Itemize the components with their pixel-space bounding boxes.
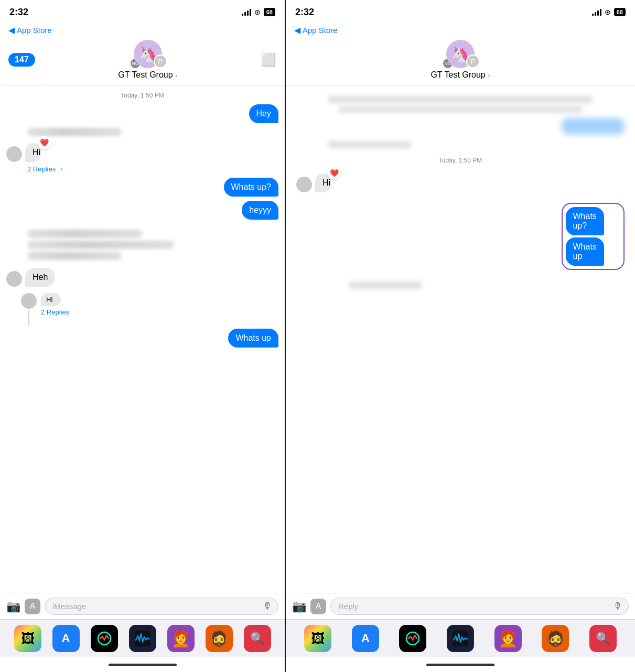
dock-voice[interactable] bbox=[129, 625, 156, 652]
dock-appstore-right[interactable]: A bbox=[352, 625, 379, 652]
chat-header-right: NU 🦄 P GT Test Group › bbox=[286, 37, 635, 85]
left-phone-panel: 2:32 ⊛ 68 ◀ App Store 147 NU 🦄 P GT T bbox=[0, 0, 286, 672]
dock-search[interactable]: 🔍 bbox=[244, 625, 271, 652]
avatar-group-right: NU 🦄 P bbox=[446, 40, 475, 68]
mic-icon-right[interactable]: 🎙 bbox=[613, 601, 622, 612]
bubble-heh: Heh bbox=[25, 268, 55, 287]
thread-line bbox=[28, 310, 29, 326]
blurred-bottom-right bbox=[296, 278, 625, 292]
bubble-hi-wrapper-right: ❤️ Hi bbox=[315, 174, 338, 192]
avatar-received-heh bbox=[6, 271, 22, 287]
dock-avatar2[interactable]: 🧔 bbox=[206, 625, 233, 652]
signal-icon-right bbox=[592, 8, 601, 16]
app-icon-right[interactable]: A bbox=[310, 599, 326, 614]
header-center-right: NU 🦄 P GT Test Group › bbox=[430, 40, 490, 80]
back-badge[interactable]: 147 bbox=[8, 53, 35, 67]
bubble-heyyy: heyyy bbox=[242, 201, 278, 220]
time-right: 2:32 bbox=[295, 7, 314, 18]
blurred-4 bbox=[27, 252, 122, 260]
chat-body-right: Today, 1:50 PM ❤️ Hi Whats up? Whats up bbox=[286, 85, 635, 593]
home-bar-left bbox=[109, 664, 177, 666]
message-input-right[interactable]: Reply bbox=[330, 598, 629, 615]
blurred-top-right bbox=[296, 93, 625, 115]
home-indicator-right bbox=[286, 657, 635, 672]
dock-voice-right[interactable] bbox=[447, 625, 474, 652]
thread-section: Hi 2 Replies bbox=[21, 293, 278, 326]
message-row-whatsup2: Whats up bbox=[6, 329, 278, 348]
chat-header-left: 147 NU 🦄 P GT Test Group › ⬜ bbox=[0, 37, 285, 85]
time-left: 2:32 bbox=[9, 7, 28, 18]
dock-avatar1[interactable]: 🧑‍🦰 bbox=[167, 625, 195, 652]
app-icon-left[interactable]: A bbox=[25, 599, 40, 614]
message-input-left[interactable]: iMessage bbox=[45, 598, 278, 615]
message-row-hey: Hey bbox=[6, 104, 278, 123]
dock-photos-right[interactable]: 🖼 bbox=[304, 625, 331, 652]
bubble-whatsup: Whats up? bbox=[224, 178, 278, 197]
dock-right: 🖼 A 🧑‍🦰 🧔 🔍 bbox=[286, 619, 635, 657]
group-name-left[interactable]: GT Test Group › bbox=[118, 70, 177, 80]
blurred-r1 bbox=[328, 96, 593, 103]
thread-content: Hi 2 Replies bbox=[41, 293, 69, 320]
home-bar-right bbox=[426, 664, 494, 666]
avatar-small: P bbox=[154, 55, 167, 68]
status-icons-right: ⊛ 68 bbox=[592, 8, 626, 16]
bubble-hey: Hey bbox=[249, 104, 278, 123]
dock-appstore[interactable]: A bbox=[52, 625, 80, 652]
message-row-hi-right: ❤️ Hi bbox=[296, 174, 625, 192]
avatar-thread bbox=[21, 293, 37, 309]
group-name-text-left: GT Test Group bbox=[118, 70, 173, 79]
replies-link-1[interactable]: 2 Replies ← bbox=[27, 164, 278, 174]
dock-left: 🖼 A 🧑‍🦰 🧔 🔍 bbox=[0, 619, 285, 657]
message-row-whatsup: Whats up? bbox=[6, 178, 278, 197]
input-placeholder-left: iMessage bbox=[52, 602, 86, 611]
dock-avatar1-right[interactable]: 🧑‍🦰 bbox=[494, 625, 522, 652]
camera-icon-right[interactable]: 📷 bbox=[292, 600, 306, 613]
dock-avatar2-right[interactable]: 🧔 bbox=[542, 625, 569, 652]
blurred-1 bbox=[27, 128, 122, 136]
blurred-2 bbox=[27, 230, 143, 238]
wifi-icon-right: ⊛ bbox=[605, 8, 611, 16]
blurred-3 bbox=[27, 241, 174, 249]
back-arrow-left: ◀ bbox=[8, 25, 15, 35]
chat-body-left: Today, 1:50 PM Hey ❤️ Hi 2 Replies ← Wha… bbox=[0, 85, 285, 593]
highlight-box: Whats up? Whats up bbox=[562, 203, 625, 270]
back-arrow-right: ◀ bbox=[294, 25, 300, 35]
video-call-button[interactable]: ⬜ bbox=[261, 52, 276, 67]
camera-icon-left[interactable]: 📷 bbox=[6, 600, 20, 613]
dock-activity[interactable] bbox=[91, 625, 118, 652]
dock-photos[interactable]: 🖼 bbox=[14, 625, 41, 652]
replies-text-1: 2 Replies bbox=[27, 165, 56, 173]
status-bar-right: 2:32 ⊛ 68 bbox=[286, 0, 635, 22]
input-bar-right: 📷 A Reply 🎙 bbox=[286, 593, 635, 619]
mic-icon-left[interactable]: 🎙 bbox=[263, 601, 272, 612]
bubble-thread-hi: Hi bbox=[41, 293, 61, 306]
group-name-right[interactable]: GT Test Group › bbox=[430, 70, 490, 80]
reaction-heart-right: ❤️ bbox=[327, 166, 341, 180]
back-nav-left[interactable]: ◀ App Store bbox=[0, 22, 285, 37]
arrow-indicator: ← bbox=[59, 164, 67, 174]
group-name-text-right: GT Test Group bbox=[430, 70, 485, 79]
chat-date-left: Today, 1:50 PM bbox=[6, 92, 278, 99]
input-bar-left: 📷 A iMessage 🎙 bbox=[0, 593, 285, 619]
input-wrapper-left: iMessage 🎙 bbox=[45, 598, 278, 615]
blurred-group bbox=[6, 227, 278, 263]
replies-link-2[interactable]: 2 Replies bbox=[41, 308, 69, 316]
dock-search-right[interactable]: 🔍 bbox=[589, 625, 617, 652]
avatar-group-left: NU 🦄 P bbox=[134, 40, 162, 68]
status-bar-left: 2:32 ⊛ 68 bbox=[0, 0, 285, 22]
bubble-hi-wrapper: ❤️ Hi bbox=[25, 143, 48, 162]
blurred-r3 bbox=[328, 141, 412, 148]
input-placeholder-right: Reply bbox=[338, 602, 358, 611]
avatar-received-hi bbox=[6, 146, 22, 162]
replies-text-2: 2 Replies bbox=[41, 308, 69, 316]
blurred-blue bbox=[296, 118, 625, 135]
avatar-received-right bbox=[296, 177, 312, 192]
group-name-chevron: › bbox=[175, 71, 177, 79]
wifi-icon: ⊛ bbox=[254, 8, 261, 16]
back-nav-right[interactable]: ◀ App Store bbox=[286, 22, 635, 37]
highlighted-group: Whats up? Whats up bbox=[296, 203, 625, 270]
dock-activity-right[interactable] bbox=[399, 625, 426, 652]
group-name-chevron-right: › bbox=[488, 71, 490, 79]
blurred-r4 bbox=[349, 281, 422, 289]
message-row-heh: Heh bbox=[6, 268, 278, 287]
